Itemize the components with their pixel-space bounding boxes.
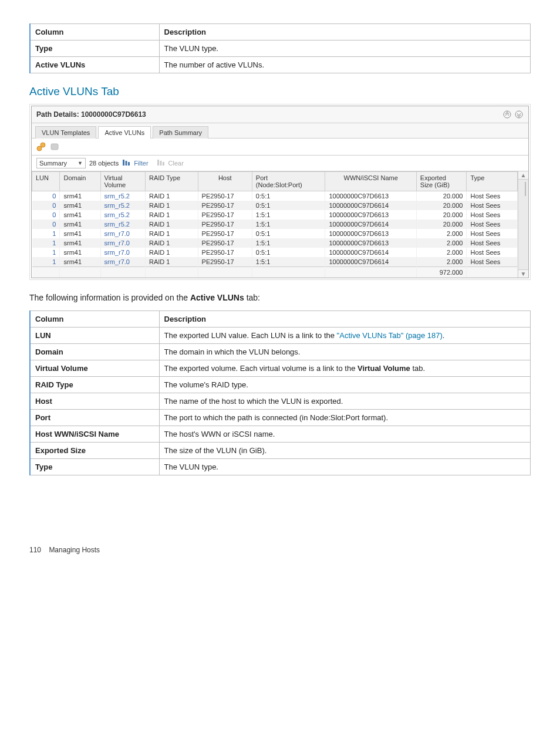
col-vv[interactable]: Virtual Volume — [100, 172, 146, 191]
col-desc: The host's WWN or iSCSI name. — [159, 426, 531, 443]
table-row[interactable]: 0srm41srm_r5.2RAID 1PE2950-171:5:1100000… — [32, 220, 518, 229]
col-desc: The exported LUN value. Each LUN is a li… — [159, 328, 531, 344]
cell-type: Host Sees — [467, 210, 518, 220]
filter-link[interactable]: Filter — [134, 160, 148, 167]
cell-domain: srm41 — [60, 248, 100, 257]
cell-type: Host Sees — [467, 229, 518, 238]
cell-domain: srm41 — [60, 220, 100, 229]
col-desc: The VLUN type. — [159, 459, 531, 475]
cell-lun[interactable]: 0 — [32, 210, 60, 220]
cell-host: PE2950-17 — [198, 248, 252, 257]
cell-vv[interactable]: srm_r7.0 — [100, 229, 146, 238]
page-footer: 110 Managing Hosts — [29, 546, 531, 554]
cell-vv[interactable]: srm_r5.2 — [100, 220, 146, 229]
col-desc: The port to which the path is connected … — [159, 410, 531, 426]
cell-lun[interactable]: 0 — [32, 201, 60, 210]
table-row: Active VLUNs The number of active VLUNs. — [30, 57, 531, 73]
cell-raid: RAID 1 — [146, 238, 198, 248]
cell-port: 1:5:1 — [252, 220, 325, 229]
clear-link[interactable]: Clear — [168, 160, 184, 167]
cell-host: PE2950-17 — [198, 191, 252, 201]
cross-ref-link[interactable]: "Active VLUNs Tab" (page 187) — [337, 331, 443, 340]
cell-size: 2.000 — [416, 248, 467, 257]
cell-lun[interactable]: 0 — [32, 220, 60, 229]
col-name: Port — [30, 410, 159, 426]
col-desc: The VLUN type. — [159, 40, 531, 57]
cell-domain: srm41 — [60, 191, 100, 201]
table-row: Type The VLUN type. — [30, 40, 531, 57]
collapse-up-icon[interactable] — [502, 110, 512, 119]
cell-wwn: 10000000C97D6614 — [325, 201, 416, 210]
cell-wwn: 10000000C97D6613 — [325, 238, 416, 248]
cell-vv[interactable]: srm_r7.0 — [100, 248, 146, 257]
col-host[interactable]: Host — [198, 172, 252, 191]
intro-pre: The following information is provided on… — [29, 293, 190, 302]
table-row[interactable]: 0srm41srm_r5.2RAID 1PE2950-171:5:1100000… — [32, 210, 518, 220]
cell-host: PE2950-17 — [198, 201, 252, 210]
col-desc: The number of active VLUNs. — [159, 57, 531, 73]
vertical-scrollbar[interactable]: ▲ ▼ — [518, 171, 528, 278]
cell-vv[interactable]: srm_r5.2 — [100, 210, 146, 220]
filter-icon[interactable] — [122, 159, 130, 167]
cell-port: 1:5:1 — [252, 238, 325, 248]
svg-rect-5 — [123, 160, 124, 166]
grid-total-size: 972.000 — [416, 267, 467, 278]
cell-type: Host Sees — [467, 238, 518, 248]
col-lun[interactable]: LUN — [32, 172, 60, 191]
col-wwn[interactable]: WWN/iSCSI Name — [325, 172, 416, 191]
table-row[interactable]: 1srm41srm_r7.0RAID 1PE2950-171:5:1100000… — [32, 257, 518, 267]
cell-lun[interactable]: 1 — [32, 257, 60, 267]
tab-path-summary[interactable]: Path Summary — [153, 126, 208, 139]
cell-raid: RAID 1 — [146, 210, 198, 220]
col-type[interactable]: Type — [467, 172, 518, 191]
table-row[interactable]: 1srm41srm_r7.0RAID 1PE2950-170:5:1100000… — [32, 229, 518, 238]
col-size[interactable]: Exported Size (GiB) — [416, 172, 467, 191]
cell-vv[interactable]: srm_r7.0 — [100, 257, 146, 267]
table-row: LUNThe exported LUN value. Each LUN is a… — [30, 328, 531, 344]
cell-wwn: 10000000C97D6614 — [325, 248, 416, 257]
cell-port: 0:5:1 — [252, 248, 325, 257]
cell-host: PE2950-17 — [198, 229, 252, 238]
col-port[interactable]: Port (Node:Slot:Port) — [252, 172, 325, 191]
table-row[interactable]: 0srm41srm_r5.2RAID 1PE2950-170:5:1100000… — [32, 191, 518, 201]
cell-port: 0:5:1 — [252, 201, 325, 210]
table-row[interactable]: 1srm41srm_r7.0RAID 1PE2950-170:5:1100000… — [32, 248, 518, 257]
scroll-up-icon[interactable]: ▲ — [518, 171, 528, 180]
cell-vv[interactable]: srm_r5.2 — [100, 201, 146, 210]
tab-vlun-templates[interactable]: VLUN Templates — [35, 126, 96, 139]
clear-icon[interactable] — [157, 159, 165, 167]
table-row: HostThe name of the host to which the VL… — [30, 393, 531, 410]
summary-dropdown[interactable]: Summary ▼ — [36, 158, 86, 168]
cell-lun[interactable]: 1 — [32, 229, 60, 238]
cell-domain: srm41 — [60, 229, 100, 238]
col-name: RAID Type — [30, 377, 159, 393]
col-raid[interactable]: RAID Type — [146, 172, 198, 191]
col-name: LUN — [30, 328, 159, 344]
toolbar-action-icon[interactable] — [36, 142, 46, 151]
cell-lun[interactable]: 0 — [32, 191, 60, 201]
col-name: Active VLUNs — [30, 57, 159, 73]
cell-domain: srm41 — [60, 257, 100, 267]
cell-lun[interactable]: 1 — [32, 248, 60, 257]
collapse-down-icon[interactable] — [514, 110, 524, 119]
table-row: DomainThe domain in which the VLUN belon… — [30, 344, 531, 360]
cell-type: Host Sees — [467, 191, 518, 201]
col-desc: The volume's RAID type. — [159, 377, 531, 393]
cell-size: 20.000 — [416, 220, 467, 229]
scroll-down-icon[interactable]: ▼ — [518, 269, 528, 278]
table-row[interactable]: 0srm41srm_r5.2RAID 1PE2950-170:5:1100000… — [32, 201, 518, 210]
footer-title: Managing Hosts — [49, 546, 100, 554]
tab-active-vluns[interactable]: Active VLUNs — [98, 126, 151, 139]
scroll-thumb[interactable] — [525, 182, 526, 196]
grid-footer-row: 972.000 — [32, 267, 518, 278]
cell-lun[interactable]: 1 — [32, 238, 60, 248]
col-domain[interactable]: Domain — [60, 172, 100, 191]
table-row: TypeThe VLUN type. — [30, 459, 531, 475]
table-row[interactable]: 1srm41srm_r7.0RAID 1PE2950-171:5:1100000… — [32, 238, 518, 248]
col-name: Type — [30, 459, 159, 475]
cell-raid: RAID 1 — [146, 191, 198, 201]
cell-wwn: 10000000C97D6614 — [325, 220, 416, 229]
cell-size: 2.000 — [416, 229, 467, 238]
cell-vv[interactable]: srm_r5.2 — [100, 191, 146, 201]
cell-vv[interactable]: srm_r7.0 — [100, 238, 146, 248]
